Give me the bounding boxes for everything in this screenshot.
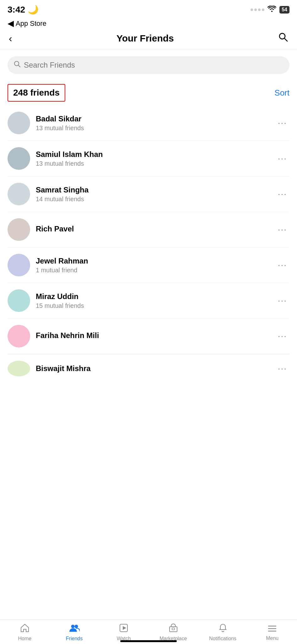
friend-name-4: Rich Pavel (36, 225, 270, 233)
signal-icon (251, 8, 264, 11)
nav-notifications[interactable]: Notifications (198, 624, 248, 641)
page-title: Your Friends (116, 33, 174, 44)
friend-mutual-3: 14 mutual friends (36, 196, 270, 203)
search-bar-container (0, 50, 297, 78)
status-icons: 54 (251, 6, 289, 14)
menu-icon (268, 624, 277, 634)
home-icon (20, 624, 30, 635)
avatar-3 (8, 183, 30, 205)
moon-icon: 🌙 (28, 5, 39, 14)
friends-list: Badal Sikdar 13 mutual friends ··· Samiu… (0, 105, 297, 380)
svg-line-1 (284, 38, 287, 41)
back-button[interactable]: ‹ (9, 33, 12, 44)
friend-item-8: Biswajit Mishra ··· (8, 354, 289, 380)
more-button-4[interactable]: ··· (275, 222, 289, 237)
friend-item-1: Badal Sikdar 13 mutual friends ··· (8, 105, 289, 141)
svg-line-3 (19, 65, 20, 67)
svg-rect-9 (172, 628, 175, 630)
more-button-8[interactable]: ··· (275, 361, 289, 376)
friend-info-7: Fariha Nehrin Mili (36, 331, 270, 341)
home-indicator (120, 640, 177, 642)
friends-icon (69, 624, 80, 635)
avatar-7 (8, 325, 30, 347)
avatar-2 (8, 147, 30, 170)
avatar-8 (8, 361, 30, 376)
svg-point-5 (74, 625, 78, 628)
friend-info-6: Miraz Uddin 15 mutual friends (36, 292, 270, 309)
back-chevron-icon: ◀ (8, 19, 14, 28)
more-button-7[interactable]: ··· (275, 329, 289, 344)
avatar-6 (8, 289, 30, 312)
nav-home[interactable]: Home (0, 624, 50, 641)
friend-name-1: Badal Sikdar (36, 114, 270, 123)
friend-info-8: Biswajit Mishra (36, 364, 270, 373)
friends-count: 248 friends (13, 88, 60, 97)
more-button-5[interactable]: ··· (275, 258, 289, 273)
friend-name-3: Samrat Singha (36, 186, 270, 194)
nav-menu-label: Menu (266, 636, 278, 641)
friend-name-6: Miraz Uddin (36, 292, 270, 301)
wifi-icon (267, 6, 276, 14)
friend-item-5: Jewel Rahman 1 mutual friend ··· (8, 247, 289, 283)
avatar-1 (8, 112, 30, 134)
battery-icon: 54 (279, 6, 289, 14)
nav-marketplace[interactable]: Marketplace (148, 624, 198, 641)
friend-item-4: Rich Pavel ··· (8, 212, 289, 247)
nav-friends-label: Friends (66, 636, 83, 641)
friend-item-3: Samrat Singha 14 mutual friends ··· (8, 176, 289, 212)
search-icon (14, 61, 21, 69)
more-button-3[interactable]: ··· (275, 186, 289, 202)
svg-rect-8 (170, 627, 177, 632)
more-button-1[interactable]: ··· (275, 115, 289, 130)
page-header: ‹ Your Friends (0, 30, 297, 50)
more-button-6[interactable]: ··· (275, 293, 289, 308)
nav-menu[interactable]: Menu (247, 624, 297, 641)
search-bar[interactable] (8, 56, 289, 74)
friend-item-7: Fariha Nehrin Mili ··· (8, 319, 289, 354)
status-bar: 3:42 🌙 54 (0, 0, 297, 17)
avatar-5 (8, 254, 30, 276)
friend-mutual-6: 15 mutual friends (36, 302, 270, 309)
nav-watch[interactable]: Watch (99, 624, 148, 641)
friend-info-1: Badal Sikdar 13 mutual friends (36, 114, 270, 132)
friend-item-2: Samiul Islam Khan 13 mutual friends ··· (8, 141, 289, 176)
friend-info-4: Rich Pavel (36, 225, 270, 235)
friend-mutual-2: 13 mutual friends (36, 160, 270, 167)
friend-info-5: Jewel Rahman 1 mutual friend (36, 257, 270, 274)
watch-icon (119, 624, 128, 635)
friend-name-5: Jewel Rahman (36, 257, 270, 265)
app-store-back[interactable]: ◀ App Store (0, 17, 297, 30)
sort-button[interactable]: Sort (274, 88, 289, 98)
friends-count-box: 248 friends (8, 84, 65, 102)
search-button[interactable] (278, 32, 288, 45)
friend-name-8: Biswajit Mishra (36, 364, 270, 373)
friend-info-3: Samrat Singha 14 mutual friends (36, 186, 270, 203)
avatar-4 (8, 218, 30, 241)
friend-item-6: Miraz Uddin 15 mutual friends ··· (8, 283, 289, 319)
svg-point-4 (71, 625, 74, 628)
nav-home-label: Home (18, 636, 31, 641)
friend-mutual-1: 13 mutual friends (36, 125, 270, 132)
more-button-2[interactable]: ··· (275, 151, 289, 166)
nav-friends[interactable]: Friends (50, 624, 99, 641)
nav-notifications-label: Notifications (209, 636, 236, 641)
friend-name-7: Fariha Nehrin Mili (36, 331, 270, 340)
search-input[interactable] (24, 61, 283, 69)
status-time: 3:42 🌙 (8, 4, 39, 15)
friends-count-row: 248 friends Sort (0, 78, 297, 105)
friend-name-2: Samiul Islam Khan (36, 150, 270, 159)
friend-info-2: Samiul Islam Khan 13 mutual friends (36, 150, 270, 167)
friend-mutual-5: 1 mutual friend (36, 267, 270, 274)
notifications-icon (219, 624, 227, 635)
marketplace-icon (169, 624, 178, 635)
svg-marker-7 (123, 626, 126, 630)
